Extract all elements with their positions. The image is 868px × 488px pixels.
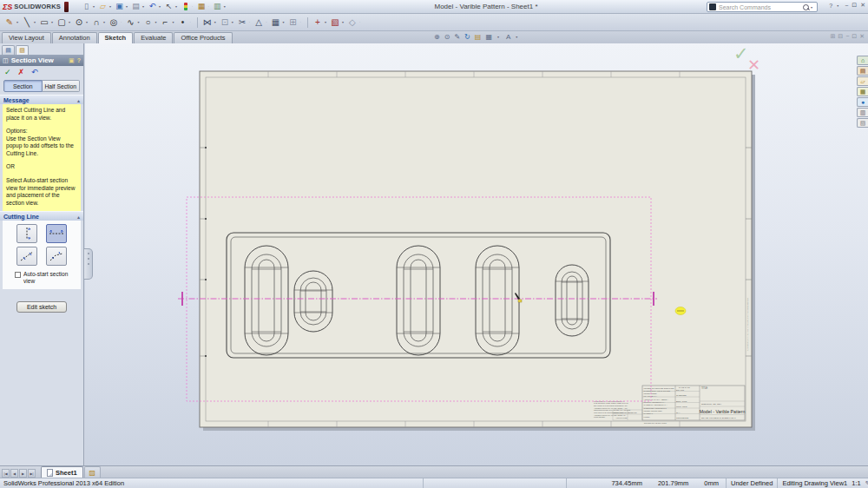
document-recovery-icon[interactable]: ▧ (857, 118, 868, 128)
dropdown-caret-icon[interactable]: ▾ (109, 4, 111, 9)
drawing-sheet[interactable]: UNLESS OTHERWISE SPECIFIED:DIMENSIONS AR… (85, 43, 868, 465)
doc-window-button-3[interactable]: ⊡ (852, 33, 857, 40)
open-button[interactable]: ▱ (97, 2, 108, 12)
fillet-tool[interactable]: ⌐ (159, 16, 171, 29)
hide-annotations-icon[interactable]: A (506, 33, 510, 41)
close-button[interactable]: ✕ (860, 2, 865, 9)
sheet-nav-button-3[interactable]: ▶| (28, 469, 36, 478)
quick-snaps-tool[interactable]: ◇ (346, 16, 358, 29)
tab-annotation[interactable]: Annotation (52, 32, 97, 43)
point-tool[interactable]: • (176, 16, 188, 29)
arc-tool[interactable]: ∩ (90, 16, 102, 29)
sheet-tab-sheet1[interactable]: Sheet1 (41, 466, 83, 478)
tab-view-layout[interactable]: View Layout (2, 32, 51, 43)
dropdown-caret-icon[interactable]: ▾ (232, 20, 233, 24)
search-caret-icon[interactable]: ▾ (811, 5, 812, 10)
dropdown-caret-icon[interactable]: ▾ (224, 4, 226, 9)
dropdown-caret-icon[interactable]: · (249, 20, 250, 24)
dropdown-caret-icon[interactable]: ▾ (175, 4, 177, 9)
tab-sketch[interactable]: Sketch (98, 32, 134, 43)
help-caret-icon[interactable]: ▾ (837, 3, 838, 8)
rebuild-button[interactable] (180, 2, 191, 12)
tab-office-products[interactable]: Office Products (174, 32, 232, 43)
vertical-cutting-line-button[interactable] (16, 224, 37, 243)
auxiliary-cutting-line-button[interactable] (16, 247, 37, 266)
solidworks-resources-icon[interactable]: ⌂ (857, 56, 868, 65)
featuremanager-tab[interactable]: ▤ (2, 45, 15, 55)
undo-button[interactable]: ↶ (31, 68, 38, 76)
drawing-viewport[interactable]: UNLESS OTHERWISE SPECIFIED:DIMENSIONS AR… (85, 43, 868, 465)
refresh-view-icon[interactable]: ↻ (464, 33, 470, 41)
sheet-nav-button-1[interactable]: ◀ (10, 469, 18, 478)
rectangle-tool[interactable]: ▭ (38, 16, 50, 29)
zoom-to-area-icon[interactable]: ⊕ (434, 33, 440, 41)
group-entities-tool[interactable]: ⊞ (287, 16, 299, 29)
spline-tool[interactable]: ∿ (124, 16, 136, 29)
search-icon[interactable] (802, 3, 810, 11)
dropdown-caret-icon[interactable]: ▾ (126, 4, 128, 9)
trim-entities-tool[interactable]: ✂ (236, 16, 248, 29)
dropdown-caret-icon[interactable]: ▾ (159, 4, 161, 9)
search-commands-box[interactable]: Search Commands ▾ (707, 2, 818, 12)
checkbox-icon[interactable] (15, 272, 21, 278)
dropdown-caret-icon[interactable]: ▾ (214, 20, 216, 24)
sketch-tool[interactable]: ✎ (3, 16, 16, 29)
perimeter-circle-tool[interactable]: ◎ (108, 16, 120, 29)
doc-window-button-4[interactable]: ✕ (859, 33, 865, 40)
offset-entities-tool[interactable]: ⊡ (219, 16, 231, 29)
half-section-toggle-button[interactable]: Half Section (43, 80, 81, 92)
horizontal-cutting-line-button[interactable] (46, 224, 67, 243)
display-style-icon[interactable]: ▦ (485, 33, 492, 41)
help-icon[interactable]: ? (77, 57, 81, 63)
display-relations-tool[interactable]: ▧ (329, 16, 341, 29)
dropdown-caret-icon[interactable]: ▾ (16, 20, 18, 24)
undo-button[interactable]: ↶ (147, 2, 158, 12)
dropdown-caret-icon[interactable]: ▾ (497, 35, 499, 39)
collapse-chevron-icon[interactable]: ▴ (77, 214, 80, 220)
search-input[interactable]: Search Commands (719, 4, 802, 10)
message-group-header[interactable]: Message ▴ (0, 95, 83, 104)
doc-window-button-1[interactable]: ⊟ (838, 33, 843, 40)
dropdown-caret-icon[interactable]: ▾ (86, 20, 88, 24)
collapse-chevron-icon[interactable]: ▴ (77, 97, 80, 103)
move-entities-tool[interactable]: + (312, 16, 324, 29)
dropdown-caret-icon[interactable]: · (359, 20, 360, 24)
dropdown-caret-icon[interactable]: · (189, 20, 190, 24)
dropdown-caret-icon[interactable]: · (207, 4, 208, 9)
linear-pattern-tool[interactable]: ▦ (270, 16, 282, 29)
design-library-icon[interactable]: ▤ (857, 66, 868, 76)
dropdown-caret-icon[interactable]: ▾ (51, 20, 53, 24)
dropdown-caret-icon[interactable]: ▾ (325, 20, 326, 24)
confirmation-check-icon[interactable]: ✓ (733, 43, 749, 64)
doc-window-button-0[interactable]: ⊞ (830, 33, 835, 40)
file-explorer-icon[interactable]: ▱ (857, 76, 868, 86)
slot-tool[interactable]: ▢ (56, 16, 68, 29)
dropdown-caret-icon[interactable]: · (121, 20, 122, 24)
section-toggle-button[interactable]: Section (3, 80, 43, 92)
dropdown-caret-icon[interactable]: ▾ (137, 20, 139, 24)
view-settings-icon[interactable]: ✎ (454, 33, 460, 41)
cutting-line-group-header[interactable]: Cutting Line ▴ (0, 211, 83, 221)
print-button[interactable]: ▤ (130, 2, 141, 12)
mirror-entities-tool[interactable]: ⋈ (201, 16, 214, 29)
minimize-button[interactable]: − (845, 3, 848, 9)
image-button[interactable]: ▥ (212, 2, 223, 12)
select-button[interactable]: ↖ (163, 2, 174, 12)
dropdown-caret-icon[interactable]: · (300, 20, 301, 24)
dropdown-caret-icon[interactable]: ▾ (172, 20, 174, 24)
new-document-button[interactable]: ▯ (81, 2, 92, 12)
zoom-to-fit-icon[interactable]: ⊙ (444, 33, 450, 41)
add-sheet-tab[interactable]: ▨ (84, 466, 102, 478)
file-properties-button[interactable]: ▦ (195, 2, 207, 12)
dropdown-caret-icon[interactable]: ▾ (93, 4, 95, 9)
help-button[interactable]: ? (829, 3, 832, 9)
dropdown-caret-icon[interactable]: · (192, 4, 193, 9)
dropdown-caret-icon[interactable]: · (266, 20, 266, 24)
ellipse-tool[interactable]: ○ (141, 16, 154, 29)
auto-start-checkbox[interactable]: Auto-start section view (15, 271, 77, 285)
edit-sketch-button[interactable]: Edit sketch (16, 301, 67, 313)
dropdown-caret-icon[interactable]: ▾ (155, 20, 156, 24)
propertymanager-tab[interactable]: ▨ (16, 45, 29, 55)
dropdown-caret-icon[interactable]: ▾ (142, 4, 144, 9)
convert-entities-tool[interactable]: △ (253, 16, 265, 29)
